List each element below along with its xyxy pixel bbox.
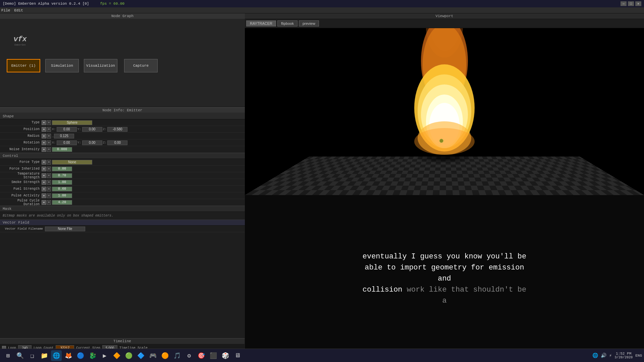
rotation-label: Rotation [1, 141, 42, 144]
monitor-btn[interactable]: 🖥 [232, 350, 243, 361]
type-row: Type ● R [0, 119, 245, 126]
taskbar: ⊞ 🔍 ❑ 📁 🌐 🦊 🔵 🐉 ▶ 🔶 🟢 🔷 🎮 🟠 🎵 ⚙ 🎯 ⬛ 🎲 🖥 … [0, 349, 644, 362]
radius-row: Radius ● R _ [0, 133, 245, 139]
position-z-field[interactable] [107, 127, 127, 132]
radius-lock-btn[interactable]: ● [42, 134, 46, 138]
force-inherited-field[interactable]: 0.00 [52, 167, 72, 171]
task-view-btn[interactable]: ❑ [27, 350, 38, 361]
position-lock-btn[interactable]: ● [42, 127, 46, 132]
noise-intensity-lock-btn[interactable]: ● [42, 147, 46, 152]
dragon-btn[interactable]: 🐉 [87, 350, 98, 361]
noise-intensity-row: Noise Intensity ● R 0.000 [0, 146, 245, 153]
content-area: Node Graph vfx EmberGen Emitter (1) Simu… [0, 13, 644, 362]
raytracer-tab[interactable]: RAYTRACER [246, 20, 276, 26]
position-label: Position [1, 127, 42, 131]
search-taskbar[interactable]: 🔍 [15, 350, 25, 361]
subtitle-line3-dim: work like that shouldn't be a [402, 286, 527, 305]
app1-btn[interactable]: 🔶 [111, 350, 122, 361]
app3-btn[interactable]: 🔷 [136, 350, 146, 361]
orange-btn[interactable]: 🟠 [160, 350, 170, 361]
rotation-x-field[interactable] [57, 140, 77, 145]
force-type-reset-btn[interactable]: R [47, 160, 51, 165]
game-btn[interactable]: 🎮 [148, 350, 158, 361]
settings-btn[interactable]: ⚙ [184, 350, 195, 361]
node-capture[interactable]: Capture [124, 59, 158, 72]
force-type-lock-btn[interactable]: ● [42, 160, 46, 165]
node-graph-canvas[interactable]: vfx EmberGen Emitter (1) Simulation Visu… [0, 19, 245, 106]
node-capture-label: Capture [133, 64, 149, 68]
clock[interactable]: 1:52 PM 3/20/2020 [614, 352, 633, 359]
vector-field-filename-field[interactable] [45, 227, 85, 231]
position-reset-btn[interactable]: R [47, 127, 51, 132]
vector-field-filename-row: Vector Field Filename [0, 226, 245, 232]
volume-icon[interactable]: 🔊 [601, 353, 606, 358]
type-lock-btn[interactable]: ● [42, 120, 46, 125]
viewport-canvas[interactable] [245, 28, 644, 195]
type-reset-btn[interactable]: R [47, 120, 51, 125]
temperature-strength-field[interactable]: 0.70 [52, 173, 72, 178]
rotation-y-field[interactable] [82, 140, 102, 145]
noise-intensity-reset-btn[interactable]: R [47, 147, 51, 152]
clock-time: 1:52 PM [614, 352, 633, 356]
smoke-strength-lock-btn[interactable]: ● [42, 180, 46, 185]
edge-browser-btn[interactable]: 🌐 [51, 350, 62, 361]
preview-tab[interactable]: preview [299, 20, 319, 26]
minimize-button[interactable]: — [621, 1, 627, 6]
smoke-strength-field[interactable]: 1.00 [52, 180, 72, 185]
firefox-btn[interactable]: 🦊 [63, 350, 74, 361]
target-btn[interactable]: 🎯 [196, 350, 207, 361]
start-button[interactable]: ⊞ [3, 350, 13, 361]
bluestack-btn[interactable]: 🔵 [75, 350, 86, 361]
title-text: [Demo] EmberGen Alpha version 0.2.4 [0] … [3, 2, 124, 6]
temperature-strength-lock-btn[interactable]: ● [42, 173, 46, 178]
fuel-strength-field[interactable]: 0.60 [52, 187, 72, 191]
fuel-strength-reset-btn[interactable]: R [47, 187, 51, 191]
pulse-activity-field[interactable]: 1.00 [52, 193, 72, 198]
position-y-field[interactable] [82, 127, 102, 132]
rotation-lock-btn[interactable]: ● [42, 140, 46, 145]
force-inherited-lock-btn[interactable]: ● [42, 167, 46, 171]
timeline-title: Timeline [0, 339, 245, 344]
cursor-dot [439, 139, 443, 143]
temperature-strength-reset-btn[interactable]: R [47, 173, 51, 178]
black-btn[interactable]: ⬛ [208, 350, 219, 361]
radius-field[interactable] [54, 134, 74, 138]
pulse-activity-reset-btn[interactable]: R [47, 193, 51, 198]
maximize-button[interactable]: □ [628, 1, 634, 6]
pulse-cycle-duration-field[interactable]: 4.20 [52, 200, 72, 205]
smoke-strength-reset-btn[interactable]: R [47, 180, 51, 185]
fuel-strength-lock-btn[interactable]: ● [42, 187, 46, 191]
fps-display: fps = 60.00 [100, 2, 124, 6]
music-btn[interactable]: 🎵 [172, 350, 182, 361]
network-icon[interactable]: 🌐 [592, 353, 598, 358]
subtitle-line3-bright: collision [363, 286, 402, 294]
menu-file[interactable]: File [1, 8, 10, 12]
rotation-reset-btn[interactable]: R [47, 140, 51, 145]
position-x-field[interactable] [57, 127, 77, 132]
menu-edit[interactable]: Edit [14, 8, 23, 12]
force-type-row: Force Type ● R [0, 159, 245, 166]
force-type-field[interactable] [52, 160, 92, 165]
node-simulation[interactable]: Simulation [45, 59, 79, 72]
radius-reset-btn[interactable]: R [47, 134, 51, 138]
dice-btn[interactable]: 🎲 [220, 350, 231, 361]
media-btn[interactable]: ▶ [99, 350, 110, 361]
node-info-scroll[interactable]: Shape Type ● R Position ● R X: [0, 113, 245, 232]
node-visualization[interactable]: Visualization [84, 59, 117, 72]
close-button[interactable]: ✕ [635, 1, 641, 6]
node-emitter[interactable]: Emitter (1) [7, 59, 40, 72]
pulse-cycle-duration-label: Pulse Cycle Duration [1, 199, 42, 206]
file-explorer-btn[interactable]: 📁 [39, 350, 50, 361]
pulse-activity-lock-btn[interactable]: ● [42, 193, 46, 198]
flipbook-tab[interactable]: flipbook [277, 20, 298, 26]
pulse-cycle-duration-lock-btn[interactable]: ● [42, 200, 46, 205]
language-indicator[interactable]: ENG [635, 354, 642, 358]
force-inherited-row: Force Inherited ● R 0.00 [0, 166, 245, 172]
type-field[interactable] [52, 120, 92, 125]
noise-intensity-field[interactable]: 0.000 [52, 147, 72, 152]
force-inherited-reset-btn[interactable]: R [47, 167, 51, 171]
pulse-cycle-duration-reset-btn[interactable]: R [47, 200, 51, 205]
rotation-z-field[interactable] [107, 140, 127, 145]
app2-btn[interactable]: 🟢 [123, 350, 134, 361]
logo-subtitle: EmberGen [14, 44, 26, 46]
